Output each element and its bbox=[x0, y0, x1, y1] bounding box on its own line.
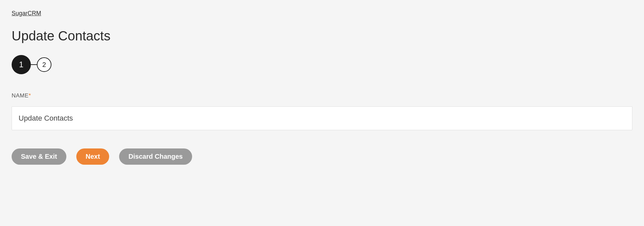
discard-changes-button[interactable]: Discard Changes bbox=[119, 148, 192, 165]
name-field-label: NAME* bbox=[12, 92, 632, 99]
name-input[interactable] bbox=[12, 106, 632, 130]
required-indicator: * bbox=[29, 92, 31, 99]
step-1[interactable]: 1 bbox=[12, 55, 31, 74]
name-label-text: NAME bbox=[12, 92, 29, 99]
page-title: Update Contacts bbox=[12, 28, 632, 43]
step-connector bbox=[31, 64, 37, 65]
step-indicator: 1 2 bbox=[12, 55, 632, 74]
step-2[interactable]: 2 bbox=[37, 57, 51, 72]
action-button-row: Save & Exit Next Discard Changes bbox=[12, 148, 632, 165]
breadcrumb-parent-link[interactable]: SugarCRM bbox=[12, 10, 41, 17]
next-button[interactable]: Next bbox=[76, 148, 109, 165]
save-exit-button[interactable]: Save & Exit bbox=[12, 148, 66, 165]
